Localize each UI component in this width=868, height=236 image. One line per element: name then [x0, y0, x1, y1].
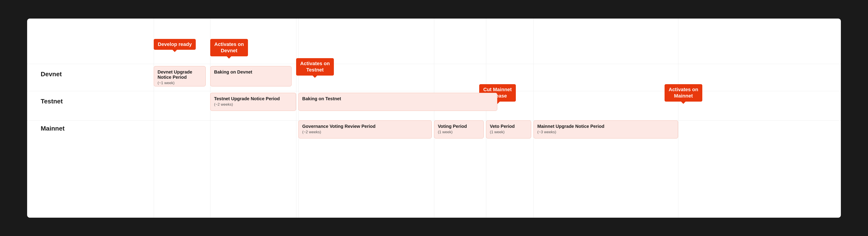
grid-line: [434, 19, 434, 218]
row-label-testnet: Testnet: [41, 98, 63, 105]
phase-sub: (~2 weeks): [302, 130, 428, 135]
phase-sub: (1 week): [438, 130, 480, 135]
phase-title: Baking on Devnet: [214, 69, 288, 75]
phase-sub: (1 week): [490, 130, 527, 135]
diagram-container: Devnet Testnet Mainnet Develop ready Act…: [27, 19, 841, 218]
phase-title: Mainnet Upgrade Notice Period: [537, 124, 674, 129]
phase-title: Veto Period: [490, 124, 527, 129]
phase-sub: (~2 weeks): [214, 102, 292, 107]
row-label-devnet: Devnet: [41, 70, 62, 78]
badge-develop-ready: Develop ready: [154, 39, 196, 50]
phase-sub: (~1 week): [158, 81, 202, 85]
badge-activates-testnet: Activates on Testnet: [296, 58, 334, 76]
row-divider-3: [27, 120, 841, 121]
phase-baking-devnet: Baking on Devnet: [210, 66, 291, 86]
phase-sub: (~3 weeks): [537, 130, 674, 135]
phase-testnet-upgrade-notice: Testnet Upgrade Notice Period (~2 weeks): [210, 93, 296, 111]
phase-voting-period: Voting Period (1 week): [434, 120, 484, 139]
grid-line: [678, 19, 678, 218]
grid-line: [533, 19, 534, 218]
phase-title: Testnet Upgrade Notice Period: [214, 96, 292, 101]
grid-line: [298, 19, 299, 218]
phase-baking-testnet: Baking on Testnet: [298, 93, 497, 111]
badge-activates-devnet: Activates on Devnet: [210, 39, 248, 56]
row-label-mainnet: Mainnet: [41, 125, 65, 132]
phase-title: Voting Period: [438, 124, 480, 129]
phase-devnet-upgrade-notice: Devnet Upgrade Notice Period (~1 week): [154, 66, 206, 86]
phase-mainnet-upgrade-notice: Mainnet Upgrade Notice Period (~3 weeks): [533, 120, 678, 139]
phase-title: Baking on Testnet: [302, 96, 493, 101]
phase-veto-period: Veto Period (1 week): [486, 120, 531, 139]
phase-title: Devnet Upgrade Notice Period: [158, 69, 202, 80]
phase-title: Governance Voting Review Period: [302, 124, 428, 129]
grid-line: [486, 19, 486, 218]
grid-lines: [27, 19, 841, 218]
badge-activates-mainnet: Activates on Mainnet: [664, 84, 702, 101]
row-divider-1: [27, 64, 841, 64]
phase-governance-voting-review: Governance Voting Review Period (~2 week…: [298, 120, 432, 139]
